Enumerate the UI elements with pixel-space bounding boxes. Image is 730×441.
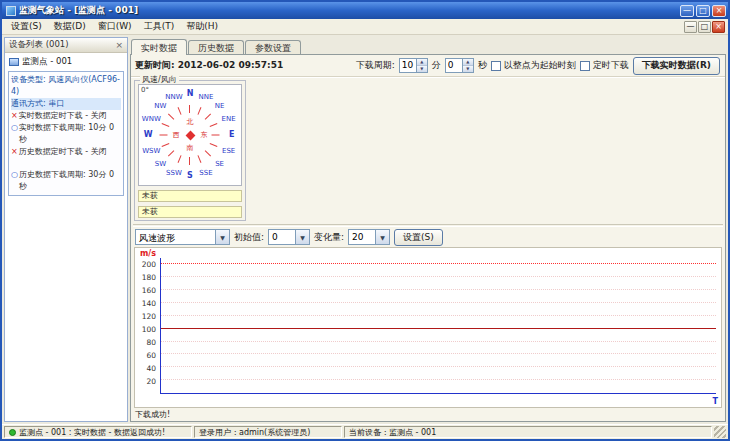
y-tick-label: 80 [146, 338, 156, 346]
compass-direction-label: WSW [142, 147, 160, 154]
app-window: 监测气象站 - [监测点 - 001] — □ × 设置(S) 数据(D) 窗口… [0, 0, 730, 441]
gridline [161, 379, 716, 380]
window-controls: — □ × [680, 5, 726, 17]
y-tick-label: 180 [142, 274, 156, 282]
upper-section: 风速/风向 0° N NNE NE ENE E ESE SE SSE [131, 77, 725, 224]
gridline [161, 353, 716, 354]
status-message-section: 监测点 - 001 : 实时数据 - 数据返回成功! [4, 426, 192, 438]
spin-up-icon[interactable]: ▲ [463, 59, 473, 66]
compass-tick-icon [197, 107, 201, 115]
compass-tick-icon [168, 150, 174, 156]
compass-direction-label: W [144, 131, 153, 139]
compass-direction-label: WNW [142, 116, 161, 123]
status-message: 监测点 - 001 : 实时数据 - 数据返回成功! [19, 427, 165, 438]
chevron-down-icon: ▼ [375, 230, 389, 244]
y-tick-label: 140 [142, 300, 156, 308]
compass-north-label: 北 [187, 119, 194, 126]
tabstrip: 实时数据 历史数据 参数设置 [130, 37, 726, 54]
chart-settings-button[interactable]: 设置(S) [394, 229, 443, 246]
compass-direction-label: NE [215, 103, 225, 110]
compass-direction-label: SW [155, 161, 166, 168]
seconds-unit-label: 秒 [478, 59, 487, 72]
compass-east-label: 东 [201, 132, 208, 139]
resize-grip[interactable] [714, 426, 726, 438]
menu-help[interactable]: 帮助(H) [180, 19, 224, 34]
chevron-down-icon: ▼ [215, 230, 229, 244]
mdi-minimize-button[interactable]: — [684, 21, 697, 33]
gridline [161, 276, 716, 277]
compass-direction-label: NNE [199, 94, 214, 101]
chart-y-unit-label: m/s [140, 249, 156, 258]
checkbox-start-on-hour[interactable]: 以整点为起始时刻 [491, 59, 576, 72]
close-button[interactable]: × [712, 5, 726, 17]
compass-direction-label: NW [154, 103, 166, 110]
maximize-button[interactable]: □ [696, 5, 710, 17]
compass-direction-label: SSE [199, 169, 212, 176]
compass-needle-icon [185, 130, 195, 140]
waveform-select[interactable]: 风速波形 ▼ [135, 229, 230, 245]
wind-group: 风速/风向 0° N NNE NE ENE E ESE SE SSE [134, 80, 246, 221]
tab-realtime-data[interactable]: 实时数据 [131, 39, 187, 55]
y-tick-label: 160 [142, 287, 156, 295]
compass-direction-label: ESE [222, 147, 235, 154]
realtime-timer-status: × 实时数据定时下载 - 关闭 [11, 110, 121, 122]
mdi-restore-button[interactable]: □ [698, 21, 711, 33]
panel-close-icon[interactable]: × [115, 41, 123, 50]
spin-up-icon[interactable]: ▲ [417, 59, 427, 66]
download-period-label: 下载周期: [356, 59, 395, 72]
gridline [161, 315, 716, 316]
wind-speed-chart: m/s 20018016014012010080604020 T [134, 247, 722, 408]
compass-tick-icon [189, 105, 190, 113]
device-icon [9, 58, 19, 66]
minutes-spinner[interactable]: 10 ▲▼ [399, 58, 428, 73]
minimize-button[interactable]: — [680, 5, 694, 17]
delta-value-select[interactable]: 20 ▼ [348, 229, 390, 245]
realtime-period-status: ○ 实时数据下载周期: 10分 0秒 [11, 122, 121, 146]
status-login-user: 登录用户：admin(系统管理员) [199, 427, 310, 438]
window-title: 监测气象站 - [监测点 - 001] [19, 4, 677, 17]
compass-south-label: 南 [187, 145, 194, 152]
initial-value-label: 初始值: [234, 231, 264, 244]
comm-mode-line: 通讯方式: 串口 [11, 98, 121, 110]
mdi-close-button[interactable]: × [712, 21, 725, 33]
menu-settings[interactable]: 设置(S) [5, 19, 48, 34]
spin-down-icon[interactable]: ▼ [463, 66, 473, 72]
chart-y-axis-labels: 20018016014012010080604020 [135, 258, 158, 394]
wind-speed-value-field: 未获 [138, 190, 242, 202]
tree-item-station[interactable]: 监测点 - 001 [7, 55, 125, 69]
tab-history-data[interactable]: 历史数据 [188, 40, 244, 54]
tab-parameter-settings[interactable]: 参数设置 [245, 40, 301, 54]
compass-tick-icon [160, 135, 168, 136]
checkbox-icon [491, 61, 501, 71]
compass-direction-label: SE [215, 161, 224, 168]
checkbox-timed-download[interactable]: 定时下载 [580, 59, 629, 72]
compass-direction-label: SSW [166, 169, 182, 176]
compass-west-label: 西 [173, 132, 180, 139]
history-period-status: ○ 历史数据下载周期: 30分 0秒 [11, 169, 121, 193]
menu-window[interactable]: 窗口(W) [92, 19, 138, 34]
realtime-tab-page: 更新时间: 2012-06-02 09:57:51 下载周期: 10 ▲▼ 分 … [130, 54, 726, 422]
menu-tools[interactable]: 工具(T) [138, 19, 181, 34]
compass-tick-icon [205, 113, 211, 119]
compass-tick-icon [197, 155, 201, 163]
update-time: 更新时间: 2012-06-02 09:57:51 [135, 59, 283, 72]
menu-data[interactable]: 数据(D) [48, 19, 92, 34]
device-tree: 监测点 - 001 设备类型: 风速风向仪(ACF96-4) 通讯方式: 串口 … [5, 53, 127, 421]
seconds-spinner[interactable]: 0 ▲▼ [445, 58, 474, 73]
app-body: 设备列表 (001) × 监测点 - 001 设备类型: 风速风向仪(ACF96… [2, 35, 728, 424]
y-tick-label: 40 [146, 364, 156, 372]
status-user-section: 登录用户：admin(系统管理员) [194, 426, 342, 438]
compass-tick-icon [178, 155, 182, 163]
initial-value-select[interactable]: 0 ▼ [268, 229, 310, 245]
device-list-panel: 设备列表 (001) × 监测点 - 001 设备类型: 风速风向仪(ACF96… [4, 37, 128, 422]
compass-tick-icon [189, 157, 190, 165]
circle-icon: ○ [11, 122, 18, 134]
tree-item-label: 监测点 - 001 [22, 56, 72, 68]
history-timer-status: × 历史数据定时下载 - 关闭 [11, 146, 121, 158]
spin-down-icon[interactable]: ▼ [417, 66, 427, 72]
y-tick-label: 60 [146, 351, 156, 359]
status-device-section: 当前设备：监测点 - 001 [344, 426, 712, 438]
download-realtime-button[interactable]: 下载实时数据(R) [633, 57, 720, 75]
compass-direction-label: NNW [165, 94, 182, 101]
chevron-down-icon: ▼ [295, 230, 309, 244]
